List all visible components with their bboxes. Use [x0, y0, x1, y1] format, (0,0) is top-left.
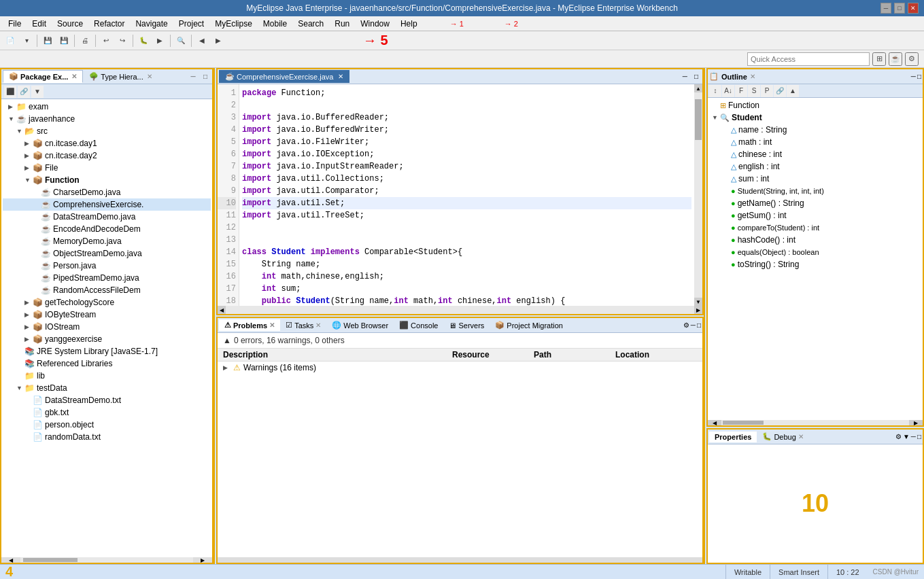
toolbar-search[interactable]: 🔍: [173, 33, 188, 48]
editor-tab-close[interactable]: ✕: [338, 73, 343, 80]
tree-item-iobytestream[interactable]: ▶ 📦 IOByteStream: [3, 309, 211, 321]
properties-tool-1[interactable]: ⚙: [895, 433, 902, 440]
hscroll-right-editor[interactable]: ▶: [694, 306, 702, 314]
vscroll-track[interactable]: [694, 92, 702, 298]
left-link-editor[interactable]: 🔗: [18, 86, 30, 98]
outline-item-constructor[interactable]: ● Student(String, int, int, int): [709, 185, 921, 197]
tab-project-migration[interactable]: 📦 Project Migration: [490, 319, 568, 331]
quick-access-input[interactable]: [747, 52, 870, 66]
outline-item-english[interactable]: △ english : int: [709, 160, 921, 173]
minimize-button[interactable]: ─: [880, 3, 891, 14]
outline-hscroll-right[interactable]: ▶: [909, 420, 923, 425]
menu-run[interactable]: Run: [329, 18, 355, 30]
toolbar-run[interactable]: ▶: [152, 33, 167, 48]
tree-item-memory[interactable]: ☕ MemoryDemo.java: [3, 235, 211, 247]
bottom-panel-toolbar-btn1[interactable]: ⚙: [683, 321, 689, 329]
tasks-close[interactable]: ✕: [315, 321, 321, 329]
tree-item-randomdata[interactable]: 📄 randomData.txt: [3, 431, 211, 443]
toolbar-print[interactable]: 🖨: [78, 33, 92, 48]
menu-window[interactable]: Window: [355, 18, 395, 30]
tree-item-jre[interactable]: 📚 JRE System Library [JavaSE-1.7]: [3, 345, 211, 357]
tree-item-cn-day1[interactable]: ▶ 📦 cn.itcase.day1: [3, 137, 211, 150]
menu-myeclipse[interactable]: MyEclipse: [209, 18, 258, 30]
tree-item-randomaccess[interactable]: ☕ RandomAccessFileDem: [3, 284, 211, 296]
tab-debug[interactable]: 🐛 Debug ✕: [757, 431, 808, 442]
vscroll-up[interactable]: ▲: [694, 84, 702, 92]
qa-settings[interactable]: ⚙: [905, 52, 919, 66]
properties-minimize[interactable]: ─: [911, 433, 916, 440]
editor-minimize[interactable]: ─: [680, 73, 690, 80]
tree-item-cn-day2[interactable]: ▶ 📦 cn.itcase.day2: [3, 150, 211, 162]
tree-item-charset[interactable]: ☕ CharsetDemo.java: [3, 186, 211, 198]
vscroll-thumb[interactable]: [695, 99, 702, 140]
outline-item-getsum[interactable]: ● getSum() : int: [709, 209, 921, 222]
tree-item-datastreamdemo-txt[interactable]: 📄 DataStreamDemo.txt: [3, 394, 211, 406]
outline-item-chinese[interactable]: △ chinese : int: [709, 148, 921, 160]
menu-refactor[interactable]: Refactor: [88, 18, 130, 30]
close-button[interactable]: ✕: [908, 3, 919, 14]
tree-item-file[interactable]: ▶ 📦 File: [3, 162, 211, 174]
outline-sort-alpha[interactable]: A↓: [722, 85, 734, 97]
outline-item-compareto[interactable]: ● compareTo(Student) : int: [709, 222, 921, 234]
left-panel-minimize[interactable]: ─: [188, 71, 199, 82]
outline-item-student[interactable]: ▼ 🔍 Student: [709, 111, 921, 124]
toolbar-debug[interactable]: 🐛: [136, 33, 151, 48]
outline-close[interactable]: ✕: [750, 73, 755, 80]
toolbar-redo[interactable]: ↪: [115, 33, 130, 48]
outline-hscroll-track[interactable]: [721, 420, 909, 425]
tree-item-reflibs[interactable]: 📚 Referenced Libraries: [3, 357, 211, 370]
tab-type-hierarchy[interactable]: 🌳 Type Hiera... ✕: [83, 70, 158, 83]
menu-search[interactable]: Search: [292, 18, 329, 30]
left-panel-maximize[interactable]: □: [200, 71, 211, 82]
tree-item-person-obj[interactable]: 📄 person.object: [3, 419, 211, 431]
outline-hide-static[interactable]: S: [748, 85, 760, 97]
editor-tab-comprehensive[interactable]: ☕ ComprehensiveExercise.java ✕: [219, 70, 349, 83]
qa-java-perspective[interactable]: ☕: [889, 52, 902, 66]
outline-item-equals[interactable]: ● equals(Object) : boolean: [709, 246, 921, 258]
tree-item-gettechology[interactable]: ▶ 📦 getTechologyScore: [3, 296, 211, 309]
hscroll-right[interactable]: ▶: [193, 557, 212, 563]
problems-row-1[interactable]: ▶ ⚠ Warnings (16 items): [218, 362, 702, 374]
tree-item-testdata[interactable]: ▼ 📁 testData: [3, 382, 211, 394]
bottom-panel-minimize[interactable]: ─: [691, 321, 696, 329]
outline-item-math[interactable]: △ math : int: [709, 136, 921, 148]
menu-source[interactable]: Source: [52, 18, 88, 30]
hscroll-left-editor[interactable]: ◀: [218, 306, 226, 314]
outline-hide-nonpublic[interactable]: P: [761, 85, 773, 97]
left-expand[interactable]: ▼: [31, 86, 44, 98]
tab-web-browser[interactable]: 🌐 Web Browser: [326, 319, 394, 331]
tree-item-comprehensive[interactable]: ☕ ComprehensiveExercise.: [3, 198, 211, 211]
tab-package-explorer[interactable]: 📦 Package Ex... ✕: [3, 70, 83, 83]
tree-item-function[interactable]: ▼ 📦 Function: [3, 174, 211, 186]
outline-minimize[interactable]: ─: [911, 73, 916, 80]
outline-hscroll-thumb[interactable]: [723, 421, 764, 425]
properties-maximize[interactable]: □: [917, 433, 921, 440]
bottom-panel-maximize[interactable]: □: [697, 321, 701, 329]
toolbar-undo[interactable]: ↩: [99, 33, 114, 48]
maximize-button[interactable]: □: [894, 3, 905, 14]
tree-item-iostream[interactable]: ▶ 📦 IOStream: [3, 321, 211, 333]
toolbar-back[interactable]: ◀: [194, 33, 209, 48]
toolbar-save-all[interactable]: 💾: [56, 33, 71, 48]
toolbar-forward[interactable]: ▶: [211, 33, 226, 48]
tree-item-datastream[interactable]: ☕ DataStreamDemo.java: [3, 211, 211, 223]
menu-mobile[interactable]: Mobile: [258, 18, 292, 30]
menu-navigate[interactable]: Navigate: [130, 18, 173, 30]
qa-open-perspective[interactable]: ⊞: [872, 52, 886, 66]
outline-link-editor[interactable]: 🔗: [774, 85, 786, 97]
properties-tool-2[interactable]: ▼: [903, 433, 910, 440]
editor-vscroll[interactable]: ▲ ▼: [694, 84, 702, 306]
outline-item-getname[interactable]: ● getName() : String: [709, 197, 921, 209]
bottom-hscroll[interactable]: [218, 557, 702, 563]
tree-item-javaenhance[interactable]: ▼ ☕ javaenhance: [3, 113, 211, 125]
tab-console[interactable]: ⬛ Console: [394, 319, 443, 331]
menu-edit[interactable]: Edit: [27, 18, 52, 30]
tree-item-exam[interactable]: ▶ 📁 exam: [3, 101, 211, 113]
hscroll-track-editor[interactable]: [226, 306, 694, 314]
tab-problems[interactable]: ⚠ Problems ✕: [219, 319, 280, 331]
tree-item-objectstream[interactable]: ☕ ObjectStreamDemo.java: [3, 247, 211, 260]
tree-item-src[interactable]: ▼ 📂 src: [3, 125, 211, 137]
tab-tasks[interactable]: ☑ Tasks ✕: [280, 319, 326, 331]
tree-item-encode[interactable]: ☕ EncodeAndDecodeDem: [3, 223, 211, 235]
editor-hscroll[interactable]: ◀ ▶: [218, 306, 702, 314]
